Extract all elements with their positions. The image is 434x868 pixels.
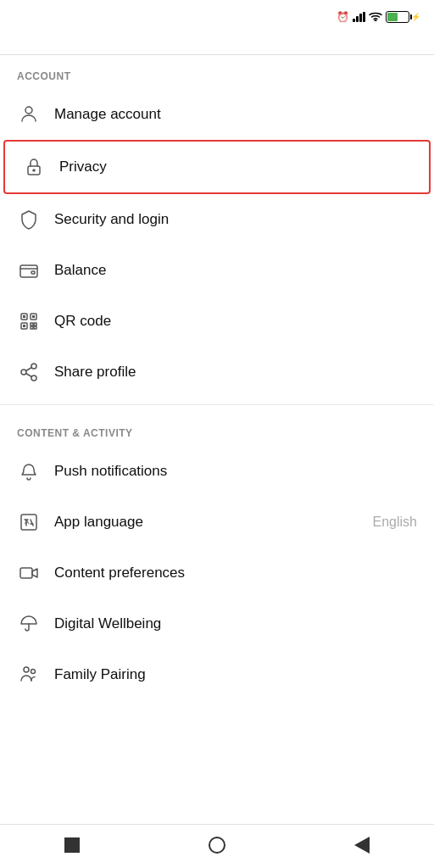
menu-item-family-pairing[interactable]: Family Pairing: [0, 649, 434, 700]
person-icon: [17, 103, 41, 126]
signal-icon: [353, 12, 365, 22]
menu-label-digital-wellbeing: Digital Wellbeing: [54, 615, 417, 632]
svg-point-23: [31, 670, 36, 674]
triangle-icon: [354, 837, 370, 854]
shield-icon: [17, 208, 41, 231]
menu-label-share-profile: Share profile: [54, 364, 417, 381]
nav-back-button[interactable]: [345, 828, 379, 862]
section-divider: [0, 404, 434, 405]
menu-item-qr-code[interactable]: QR code: [0, 296, 434, 347]
svg-point-3: [33, 170, 35, 171]
status-bar: ⏰ ⚡: [0, 0, 434, 31]
menu-label-security-login: Security and login: [54, 211, 417, 228]
bell-icon: [17, 459, 41, 483]
menu-label-app-language: App language: [54, 514, 373, 531]
svg-rect-15: [34, 326, 36, 329]
wifi-icon: [369, 11, 382, 24]
menu-item-app-language[interactable]: AApp languageEnglish: [0, 497, 434, 548]
alarm-icon: ⏰: [337, 11, 349, 23]
svg-point-22: [24, 667, 29, 672]
menu-item-balance[interactable]: Balance: [0, 245, 434, 296]
menu-value-app-language: English: [373, 515, 417, 530]
svg-point-17: [21, 370, 26, 375]
bottom-nav: [0, 824, 434, 868]
menu-label-content-preferences: Content preferences: [54, 565, 417, 581]
language-icon: A: [17, 510, 41, 534]
svg-rect-12: [31, 323, 33, 326]
menu-label-qr-code: QR code: [54, 313, 417, 330]
menu-label-manage-account: Manage account: [54, 106, 417, 123]
lock-icon: [22, 155, 46, 179]
menu-item-manage-account[interactable]: Manage account: [0, 89, 434, 140]
section-label-content-activity: CONTENT & ACTIVITY: [0, 412, 434, 446]
family-icon: [17, 663, 41, 687]
menu-item-privacy[interactable]: Privacy: [3, 140, 431, 194]
menu-label-push-notifications: Push notifications: [54, 463, 417, 480]
svg-point-18: [31, 376, 36, 381]
section-label-account: ACCOUNT: [0, 55, 434, 89]
svg-rect-11: [23, 325, 25, 327]
menu-label-balance: Balance: [54, 262, 417, 279]
content-area: ACCOUNTManage accountPrivacySecurity and…: [0, 55, 434, 751]
svg-rect-10: [32, 315, 35, 318]
menu-item-content-preferences[interactable]: Content preferences: [0, 548, 434, 598]
video-icon: [17, 561, 41, 585]
header: [0, 31, 434, 55]
menu-item-push-notifications[interactable]: Push notifications: [0, 446, 434, 497]
svg-point-1: [25, 107, 32, 114]
battery-icon: ⚡: [386, 11, 420, 23]
menu-item-security-login[interactable]: Security and login: [0, 194, 434, 245]
nav-home-button[interactable]: [200, 828, 234, 862]
square-icon: [64, 837, 80, 853]
svg-point-16: [31, 364, 36, 369]
nav-square-button[interactable]: [55, 828, 89, 862]
wallet-icon: [17, 259, 41, 282]
svg-rect-9: [23, 315, 25, 318]
svg-rect-13: [34, 323, 36, 326]
svg-point-0: [375, 19, 376, 20]
share-icon: [17, 360, 41, 384]
qr-icon: [17, 309, 41, 333]
charging-icon: ⚡: [411, 13, 420, 21]
menu-label-privacy: Privacy: [59, 159, 412, 175]
svg-text:A: A: [25, 518, 30, 526]
svg-rect-21: [20, 568, 32, 578]
umbrella-icon: [17, 612, 41, 636]
status-right: ⏰ ⚡: [333, 11, 420, 24]
menu-item-digital-wellbeing[interactable]: Digital Wellbeing: [0, 598, 434, 649]
svg-rect-14: [31, 326, 33, 329]
circle-icon: [209, 837, 225, 854]
menu-item-share-profile[interactable]: Share profile: [0, 347, 434, 398]
menu-label-family-pairing: Family Pairing: [54, 666, 417, 683]
back-button[interactable]: [14, 37, 20, 44]
svg-rect-5: [31, 271, 35, 274]
